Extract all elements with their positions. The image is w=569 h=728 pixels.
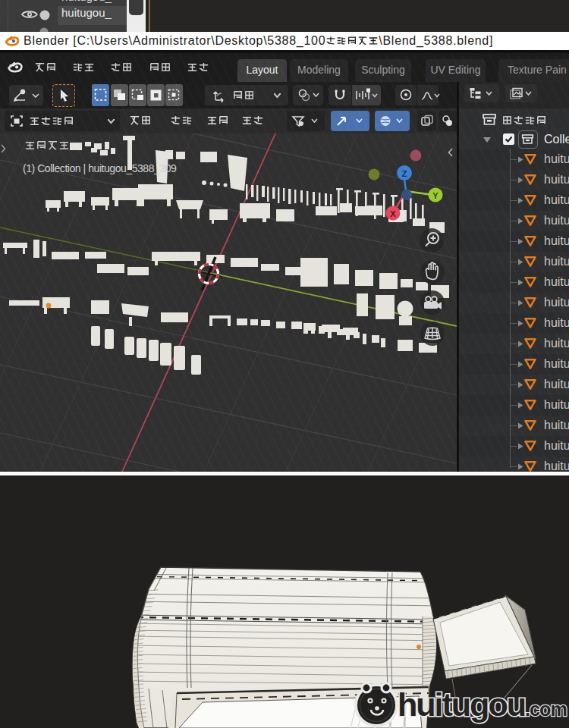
svg-text:.com: .com	[525, 698, 567, 720]
svg-text:Y: Y	[432, 191, 439, 200]
svg-text:Z: Z	[402, 169, 407, 178]
svg-text:X: X	[390, 209, 396, 218]
svg-text:huitugou: huitugou	[398, 687, 525, 723]
